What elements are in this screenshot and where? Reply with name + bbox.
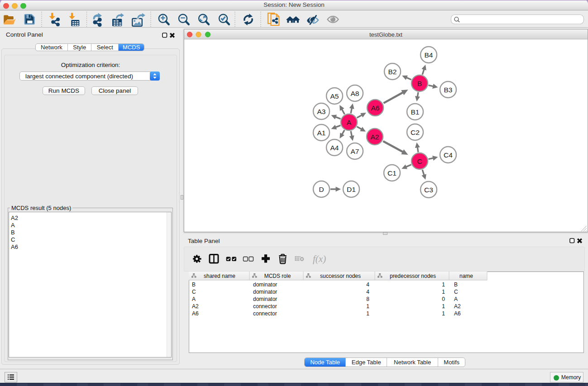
svg-text:C3: C3 — [424, 186, 433, 194]
svg-text:dominator: dominator — [253, 289, 277, 295]
svg-text:connector: connector — [253, 303, 277, 310]
svg-text:B: B — [454, 281, 458, 288]
svg-text:name: name — [459, 273, 473, 279]
svg-text:MCDS role: MCDS role — [264, 273, 291, 279]
svg-text:C4: C4 — [444, 151, 453, 159]
svg-text:A1: A1 — [317, 129, 326, 137]
svg-text:C: C — [417, 157, 422, 165]
svg-text:8: 8 — [366, 296, 369, 302]
svg-text:A3: A3 — [317, 108, 326, 115]
svg-text:4: 4 — [366, 289, 369, 295]
svg-text:f(x): f(x) — [313, 253, 326, 264]
svg-text:successor nodes: successor nodes — [320, 273, 361, 279]
svg-text:B1: B1 — [411, 108, 420, 116]
svg-text:C: C — [192, 289, 196, 295]
svg-text:A: A — [347, 119, 352, 126]
svg-text:1: 1 — [366, 310, 369, 317]
svg-text:C: C — [454, 289, 458, 295]
svg-text:1: 1 — [442, 281, 445, 288]
svg-text:0: 0 — [442, 296, 445, 302]
svg-text:connector: connector — [253, 310, 277, 317]
svg-text:A8: A8 — [351, 90, 359, 97]
svg-text:A6: A6 — [371, 104, 380, 112]
svg-text:B3: B3 — [444, 86, 453, 94]
svg-text:A6: A6 — [192, 310, 199, 317]
svg-text:A2: A2 — [371, 133, 379, 141]
svg-text:1: 1 — [442, 310, 445, 317]
svg-text:C2: C2 — [411, 129, 420, 136]
svg-text:A: A — [454, 296, 458, 302]
svg-text:A6: A6 — [454, 310, 461, 317]
svg-text:shared name: shared name — [204, 273, 235, 279]
svg-text:1: 1 — [442, 303, 445, 310]
svg-text:C1: C1 — [387, 169, 397, 177]
svg-text:4: 4 — [366, 281, 369, 288]
svg-text:predecessor nodes: predecessor nodes — [390, 273, 436, 279]
svg-text:B4: B4 — [425, 51, 433, 59]
svg-text:A2: A2 — [454, 303, 461, 310]
svg-text:B2: B2 — [388, 68, 397, 76]
svg-text:B: B — [192, 281, 196, 288]
svg-text:D1: D1 — [347, 186, 356, 193]
svg-text:A4: A4 — [330, 144, 339, 152]
svg-text:D: D — [319, 186, 324, 193]
svg-text:A2: A2 — [192, 303, 199, 310]
svg-text:1: 1 — [442, 289, 445, 295]
svg-text:1: 1 — [366, 303, 369, 310]
svg-text:B: B — [417, 80, 422, 87]
svg-text:dominator: dominator — [253, 296, 277, 302]
svg-text:dominator: dominator — [253, 281, 277, 288]
svg-text:A5: A5 — [330, 92, 339, 100]
svg-text:A7: A7 — [351, 148, 359, 155]
svg-text:A: A — [192, 296, 196, 302]
